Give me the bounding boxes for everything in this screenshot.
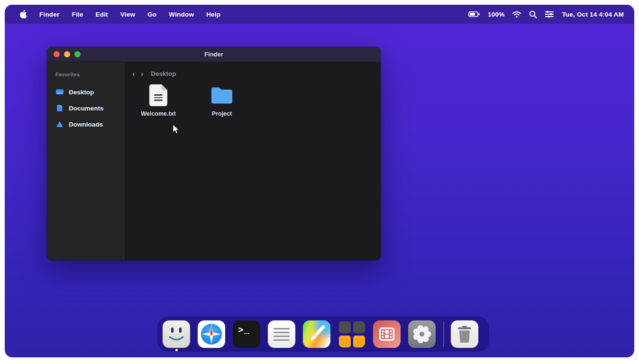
menu-item-go[interactable]: Go xyxy=(143,11,161,18)
close-button[interactable] xyxy=(54,51,60,57)
dock-terminal-icon[interactable]: >_ xyxy=(233,320,260,348)
window-body: Favorites Desktop Documents xyxy=(47,62,381,260)
dock-settings-icon[interactable] xyxy=(408,320,436,348)
dock-safari-icon[interactable] xyxy=(198,320,225,348)
finder-running-indicator xyxy=(175,349,178,351)
file-name: Welcome.txt xyxy=(141,110,175,117)
menu-item-edit[interactable]: Edit xyxy=(91,11,113,18)
paintbrush-icon xyxy=(303,320,330,348)
menu-bar-clock[interactable]: Tue, Oct 14 4:04 AM xyxy=(562,11,624,18)
sidebar-item-documents[interactable]: Documents xyxy=(55,100,125,116)
forward-button[interactable]: › xyxy=(140,70,145,78)
minimize-button[interactable] xyxy=(64,51,70,57)
menu-item-finder[interactable]: Finder xyxy=(35,11,64,18)
file-welcome-txt[interactable]: Welcome.txt xyxy=(137,84,180,117)
finder-face-icon xyxy=(163,320,190,348)
text-line xyxy=(274,336,290,337)
finder-window: Finder Favorites Desktop xyxy=(47,47,381,260)
dock-videos-icon[interactable] xyxy=(373,320,401,348)
text-line xyxy=(274,328,290,329)
file-grid: Welcome.txt Project xyxy=(126,78,381,117)
filmstrip-icon xyxy=(373,320,401,348)
launchpad-grid-icon xyxy=(339,321,365,347)
sidebar-item-downloads[interactable]: Downloads xyxy=(55,116,125,132)
dock-paint-icon[interactable] xyxy=(303,320,330,348)
search-icon[interactable] xyxy=(529,10,537,18)
text-file-icon xyxy=(149,84,167,106)
terminal-prompt-glyph: >_ xyxy=(238,325,250,336)
text-line xyxy=(274,339,290,341)
apple-logo-icon xyxy=(19,9,27,19)
folder-icon xyxy=(210,84,234,106)
current-folder-label: Desktop xyxy=(151,70,176,77)
file-project-folder[interactable]: Project xyxy=(201,84,243,117)
gear-icon xyxy=(408,320,436,348)
dock-textedit-icon[interactable] xyxy=(268,320,295,348)
control-center-icon[interactable] xyxy=(545,10,554,18)
menu-item-file[interactable]: File xyxy=(67,11,88,18)
sidebar-item-label: Desktop xyxy=(69,89,94,96)
traffic-lights xyxy=(47,51,81,57)
battery-icon[interactable] xyxy=(468,10,480,18)
menu-bar-left: Finder File Edit View Go Window Help xyxy=(14,9,225,19)
finder-content[interactable]: ‹ › Desktop Welcome.txt xyxy=(126,62,381,260)
text-line xyxy=(274,332,290,333)
screenshot-root: Finder File Edit View Go Window Help 100… xyxy=(0,0,639,364)
sidebar-item-label: Documents xyxy=(69,105,104,112)
dock-separator xyxy=(443,321,444,347)
documents-icon xyxy=(55,104,64,112)
finder-sidebar: Favorites Desktop Documents xyxy=(47,62,126,260)
dock-launchpad-icon[interactable] xyxy=(338,320,365,348)
back-button[interactable]: ‹ xyxy=(131,70,136,78)
window-titlebar[interactable]: Finder xyxy=(47,47,381,62)
downloads-icon xyxy=(55,120,64,128)
menu-item-view[interactable]: View xyxy=(116,11,140,18)
desktop-icon xyxy=(55,88,64,96)
menu-bar: Finder File Edit View Go Window Help 100… xyxy=(5,5,634,24)
desktop-wallpaper: Finder File Edit View Go Window Help 100… xyxy=(5,5,634,357)
menu-item-help[interactable]: Help xyxy=(201,11,225,18)
compass-icon xyxy=(198,320,225,348)
sidebar-section-favorites: Favorites xyxy=(55,72,125,77)
navigation-row: ‹ › Desktop xyxy=(131,70,381,78)
battery-percent: 100% xyxy=(488,11,504,18)
trash-can-icon xyxy=(451,320,478,348)
file-name: Project xyxy=(212,110,232,117)
dock-finder-icon[interactable] xyxy=(163,320,190,348)
wifi-icon[interactable] xyxy=(512,11,521,18)
apple-menu[interactable] xyxy=(14,9,32,19)
dock-trash-icon[interactable] xyxy=(451,320,478,348)
dock: >_ xyxy=(157,316,490,352)
menu-item-window[interactable]: Window xyxy=(164,11,199,18)
menu-bar-status: 100% xyxy=(468,10,624,18)
sidebar-item-label: Downloads xyxy=(69,121,103,128)
zoom-button[interactable] xyxy=(74,51,81,57)
window-title: Finder xyxy=(47,51,381,58)
mouse-cursor xyxy=(172,124,181,136)
sidebar-item-desktop[interactable]: Desktop xyxy=(55,84,125,100)
